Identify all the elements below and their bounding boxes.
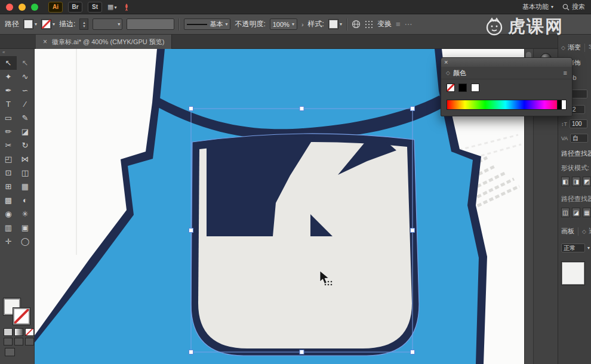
draw-behind-button[interactable] [14,338,23,346]
unite-button[interactable]: ◧ [561,177,570,186]
transparency-tab-label[interactable]: 透 [589,227,591,236]
more-options-icon[interactable]: ⋯ [405,20,413,29]
fill-color-dropdown[interactable]: ▾ [23,19,37,29]
merge-button[interactable]: ▦ [583,208,591,217]
perspective-grid-tool[interactable]: ⊞ [0,180,17,193]
divide-button[interactable]: ◫ [561,208,570,217]
stroke-proxy-swatch[interactable] [13,308,30,325]
rotate-tool[interactable]: ↻ [17,138,33,152]
column-graph-tool[interactable]: ▥ [0,221,17,235]
mesh-tool[interactable]: ▦ [17,180,33,193]
stroke-weight-stepper[interactable]: ▲▼ [79,18,88,30]
close-panel-icon[interactable]: × [444,59,448,66]
pencil-tool[interactable]: ✏ [0,125,17,138]
hand-tool[interactable]: ✛ [0,235,17,248]
selection-tool[interactable]: ↖ [0,56,17,70]
eyedropper-tool[interactable]: ◐ [17,193,33,207]
leading-field[interactable]: ↕T 100 [561,119,591,128]
line-segment-tool[interactable]: ∕ [17,97,33,111]
none-mode-button[interactable] [25,328,34,336]
free-transform-tool[interactable]: ⊡ [0,166,17,180]
search-control[interactable]: 搜索 [562,2,585,11]
document-setup-globe-icon[interactable] [352,20,361,29]
stroke-weight-dropdown[interactable]: ▾ [93,18,122,30]
gradient-mode-button[interactable] [14,328,23,336]
intersect-button[interactable]: ◩ [583,177,591,186]
selection-handle[interactable] [300,107,304,111]
minus-front-button[interactable]: ◨ [572,177,580,186]
rectangle-tool[interactable]: ▭ [0,111,17,125]
document-tab[interactable]: × 徽章标.ai* @ 400% (CMYK/GPU 预览) [36,35,172,49]
type-tool[interactable]: T [0,97,17,111]
artboard-tool[interactable]: ▣ [17,221,33,235]
stroke-line-preview [187,24,207,25]
blend-tool[interactable]: ◉ [0,207,17,221]
paintbrush-tool-icon: ✎ [22,114,29,122]
selection-handle[interactable] [189,107,193,111]
bridge-app-icon[interactable]: Br [68,2,82,13]
character-tab-label[interactable]: 字 [589,43,591,52]
curvature-tool[interactable]: ∽ [17,84,33,97]
draw-normal-button[interactable] [4,338,13,346]
style-dropdown[interactable]: ▾ [328,19,342,29]
zoom-tool[interactable]: ◯ [17,235,33,248]
rectangle-tool-icon: ▭ [5,114,12,122]
color-panel-header[interactable]: × [441,58,572,67]
gradient-tool[interactable]: ▩ [0,193,17,207]
stroke-color-dropdown[interactable]: ▾ [41,19,55,29]
illustrator-app-icon[interactable]: Ai [48,2,63,13]
close-window-button[interactable] [6,4,13,11]
artboard-panel-tab[interactable]: 画板 ◇ 透 [561,227,591,236]
app-grid-menu-icon[interactable]: ▦▾ [107,3,117,11]
trim-button[interactable]: ◪ [572,208,580,217]
scale-tool[interactable]: ◰ [0,152,17,166]
lasso-tool[interactable]: ∿ [17,70,33,84]
menu-lines-icon[interactable]: ≡ [396,20,401,29]
tracking-field[interactable]: VA 自 [561,134,591,143]
color-spectrum-bar[interactable] [447,100,567,110]
gradient-panel-tab[interactable]: ◇ 渐变 字 [561,43,591,52]
panel-menu-icon[interactable]: ≡ [564,69,567,76]
tools-panel-collapse[interactable]: « [0,49,34,56]
selection-handle[interactable] [189,350,193,354]
eraser-tool[interactable]: ◪ [17,125,33,138]
screen-mode-button[interactable] [5,348,15,356]
direct-selection-tool[interactable]: ↖ [17,56,33,70]
stock-app-icon[interactable]: St [88,2,102,13]
selection-handle[interactable] [411,107,415,111]
draw-inside-button[interactable] [25,338,34,346]
paintbrush-tool[interactable]: ✎ [17,111,33,125]
object-thumbnail-swatch[interactable] [561,261,585,285]
selection-handle[interactable] [189,229,193,233]
opacity-dropdown[interactable]: 100% ▾ [270,18,297,30]
zoom-window-button[interactable] [31,4,38,11]
stroke-weight-label: 描边: [59,19,75,29]
magic-wand-tool[interactable]: ✦ [0,70,17,84]
brush-preview-box[interactable] [127,18,174,30]
opacity-flyout-chevron[interactable]: › [301,21,304,28]
selection-handle[interactable] [300,350,304,354]
brush-definition-dropdown[interactable]: 基本 ▾ [184,18,230,30]
transform-label[interactable]: 变换 [377,19,392,29]
fill-stroke-control[interactable] [4,298,31,326]
color-mode-button[interactable] [4,328,13,336]
selection-handle[interactable] [411,350,415,354]
pen-tool[interactable]: ✒ [0,84,17,97]
symbol-sprayer-tool[interactable]: ✳ [17,207,33,221]
selection-handle[interactable] [411,229,415,233]
none-color-swatch[interactable] [447,84,455,92]
black-color-swatch[interactable] [458,84,467,92]
reference-point-grid-icon[interactable] [365,20,373,29]
black-white-picker[interactable] [557,100,566,109]
workspace-switcher[interactable]: 基本功能 ▾ [519,1,557,13]
selection-tool-icon: ↖ [5,59,12,67]
rocket-icon[interactable] [122,3,131,11]
scissors-tool[interactable]: ✂ [0,138,17,152]
shape-builder-tool[interactable]: ◫ [17,166,33,180]
white-color-swatch[interactable] [471,84,479,92]
minimize-window-button[interactable] [19,4,26,11]
close-document-icon[interactable]: × [43,38,47,46]
width-tool[interactable]: ⋈ [17,152,33,166]
blend-mode-dropdown[interactable]: 正常 ▾ [561,243,591,252]
color-panel-tab[interactable]: ◇ 颜色 ≡ [441,67,572,79]
